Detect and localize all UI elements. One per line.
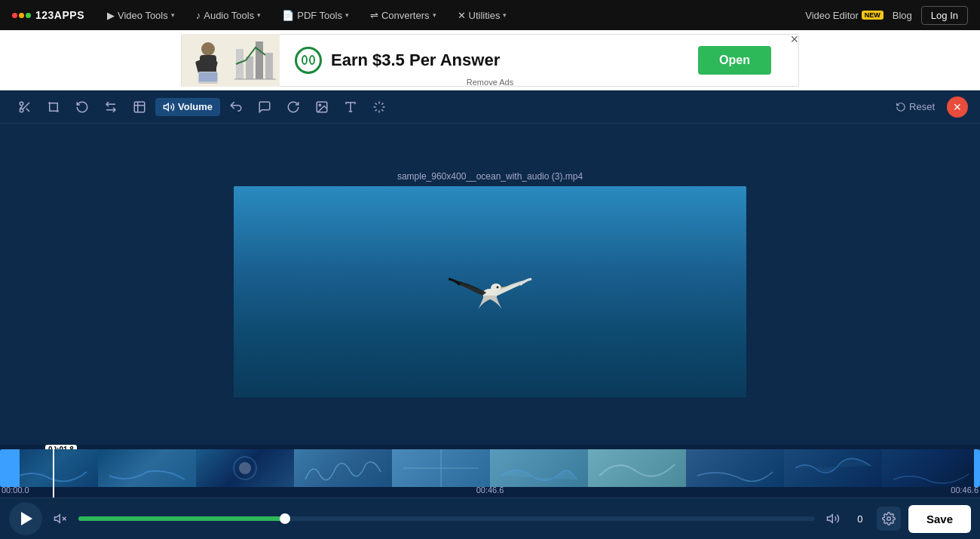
svg-line-15	[26, 108, 29, 111]
timeline-thumbnail-2	[98, 449, 196, 487]
nav-label-pdf-tools: PDF Tools	[297, 10, 342, 21]
reset-button[interactable]: Reset	[890, 98, 941, 115]
chevron-icon-pdf: ▾	[345, 11, 349, 19]
progress-handle[interactable]	[280, 513, 290, 524]
svg-point-27	[239, 462, 251, 474]
pdf-tools-icon: 📄	[282, 10, 294, 21]
aspect-ratio-button[interactable]	[127, 94, 152, 120]
image-tool-button[interactable]	[309, 94, 335, 120]
file-name: sample_960x400__ocean_with_audio (3).mp4	[397, 171, 583, 182]
ad-open-button[interactable]: Open	[698, 46, 771, 75]
new-badge: NEW	[862, 11, 884, 20]
timeline-right-handle[interactable]	[974, 449, 980, 487]
chevron-icon-utilities: ▾	[503, 11, 507, 19]
ad-logo-circle	[295, 47, 322, 74]
bird-illustration	[445, 258, 535, 326]
timeline-thumbnail-8	[686, 449, 784, 487]
speech-tool-button[interactable]	[252, 94, 277, 120]
video-editor-label: Video Editor	[805, 10, 859, 21]
progress-bar[interactable]	[78, 516, 815, 521]
svg-rect-6	[199, 72, 217, 81]
crop-tool-button[interactable]	[41, 94, 66, 120]
play-icon	[21, 512, 32, 525]
nav-label-converters: Converters	[381, 10, 430, 21]
svg-marker-18	[164, 103, 168, 110]
timeline-thumbnail-9	[784, 449, 882, 487]
ad-banner: Earn $3.5 Per Answer Open ✕ Remove Ads	[0, 30, 980, 90]
bottom-controls: 0 Save	[0, 498, 980, 539]
svg-point-34	[887, 517, 891, 521]
nav-item-converters[interactable]: ⇌ Converters ▾	[363, 7, 444, 24]
ad-close-button[interactable]: ✕	[790, 33, 799, 45]
nav-item-video-tools[interactable]: ▶ Video Tools ▾	[100, 7, 182, 24]
logo-dot-green	[26, 13, 31, 18]
svg-point-1	[201, 42, 215, 56]
volume-label: Volume	[178, 101, 213, 112]
logo-dot-yellow	[19, 13, 24, 18]
logo-dots	[12, 13, 31, 18]
blog-link[interactable]: Blog	[893, 10, 912, 21]
svg-marker-33	[827, 515, 832, 523]
svg-rect-10	[265, 53, 273, 79]
chevron-icon-audio: ▾	[257, 11, 261, 19]
video-frame	[234, 186, 746, 397]
nav-label-utilities: Utilities	[469, 10, 501, 21]
svg-rect-17	[134, 102, 145, 112]
nav-right: Video Editor NEW Blog Log In	[805, 6, 968, 25]
timeline-thumbnail-10	[882, 449, 980, 487]
volume-mute-button[interactable]	[50, 508, 71, 529]
nav-label-video-tools: Video Tools	[118, 10, 168, 21]
converters-icon: ⇌	[370, 10, 378, 21]
timeline-thumbnail-3	[196, 449, 294, 487]
close-button[interactable]: ✕	[947, 96, 968, 118]
utilities-icon: ✕	[458, 10, 466, 21]
video-editor-button[interactable]: Video Editor NEW	[805, 10, 884, 21]
logo-dot-red	[12, 13, 17, 18]
play-button[interactable]	[9, 502, 42, 535]
audio-tools-icon: ♪	[196, 10, 201, 21]
reset-label: Reset	[909, 101, 935, 112]
nav-item-pdf-tools[interactable]: 📄 PDF Tools ▾	[274, 7, 357, 24]
timeline-thumbnail-6	[490, 449, 588, 487]
volume-right-button[interactable]	[822, 508, 844, 529]
progress-fill	[78, 516, 285, 521]
svg-point-25	[497, 286, 499, 289]
close-icon: ✕	[953, 101, 962, 113]
svg-rect-9	[256, 41, 263, 79]
ad-logo-oval-left	[302, 55, 308, 65]
chevron-icon-converters: ▾	[433, 11, 436, 19]
flip-tool-button[interactable]	[98, 94, 124, 120]
save-button[interactable]: Save	[908, 505, 971, 533]
timeline: 00:00.0 00:46.6 00:46.6 00:01.8	[0, 445, 980, 498]
rotate-tool-button[interactable]	[280, 94, 306, 120]
timeline-playhead[interactable]	[53, 445, 54, 498]
ad-logo-inner	[302, 55, 315, 65]
timeline-thumbnail-4	[294, 449, 392, 487]
timeline-left-handle[interactable]	[0, 449, 20, 487]
nav-item-utilities[interactable]: ✕ Utilities ▾	[450, 7, 515, 24]
nav-item-audio-tools[interactable]: ♪ Audio Tools ▾	[188, 7, 268, 24]
login-button[interactable]: Log In	[921, 6, 968, 25]
svg-point-13	[20, 109, 23, 112]
svg-marker-30	[55, 515, 60, 523]
editor-area: Volume	[0, 90, 980, 539]
cut-tool-button[interactable]	[12, 94, 38, 120]
logo-text: 123APPS	[35, 9, 84, 21]
loop-tool-button[interactable]	[223, 94, 249, 120]
text-tool-button[interactable]	[338, 94, 363, 120]
video-tools-icon: ▶	[107, 10, 115, 21]
timeline-strip	[0, 449, 980, 487]
ad-image-area	[182, 34, 280, 87]
ad-headline: Earn $3.5 Per Answer	[331, 51, 500, 70]
ad-illustration	[182, 34, 280, 87]
undo-tool-button[interactable]	[69, 94, 95, 120]
volume-tool-button[interactable]: Volume	[155, 98, 220, 116]
navbar: 123APPS ▶ Video Tools ▾ ♪ Audio Tools ▾ …	[0, 0, 980, 30]
effect-tool-button[interactable]	[366, 94, 392, 120]
logo[interactable]: 123APPS	[12, 9, 84, 21]
video-container: sample_960x400__ocean_with_audio (3).mp4	[0, 124, 980, 445]
settings-button[interactable]	[877, 507, 901, 531]
remove-ads-link[interactable]: Remove Ads	[467, 78, 513, 87]
timeline-thumbnail-5	[392, 449, 490, 487]
nav-label-audio-tools: Audio Tools	[204, 10, 254, 21]
